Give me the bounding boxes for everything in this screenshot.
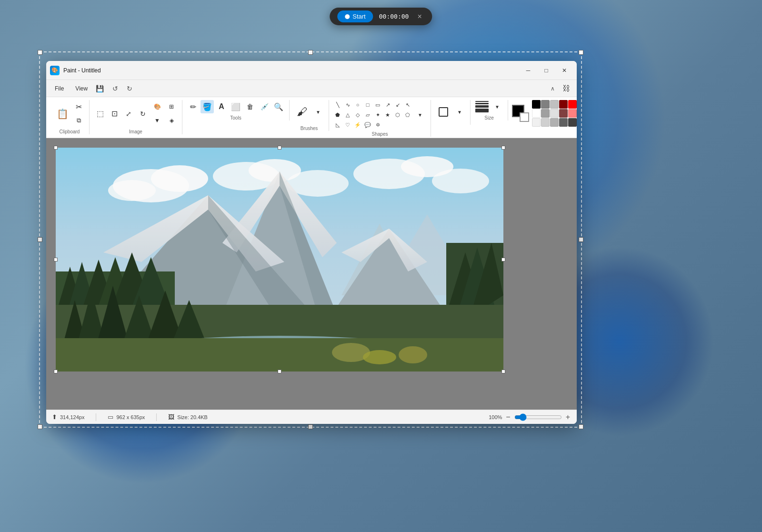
outline-button[interactable] [435,100,452,124]
redo-button[interactable]: ↻ [123,82,136,95]
swatch-1-0[interactable] [532,109,541,118]
swatch-0-4[interactable] [568,100,577,109]
shapes-dropdown[interactable]: ▼ [413,108,427,121]
select-rect-button[interactable]: ⬚ [93,107,107,120]
svg-rect-45 [56,148,503,371]
brush-size-2 [475,103,489,104]
cut-button[interactable]: ✂ [72,100,85,113]
canvas-container [56,148,503,371]
swatch-0-1[interactable] [541,100,550,109]
eraser2-button[interactable]: 🗑 [243,100,257,113]
share-button[interactable]: ⛓ [560,82,573,95]
magnifier-button[interactable]: 🔍 [272,100,285,113]
image-color-button[interactable]: 🎨 [150,100,164,113]
shape-diamond[interactable]: ⬟ [333,110,342,120]
pencil-button[interactable]: ✏ [186,100,200,113]
menu-bar: File View 💾 ↺ ↻ ∧ ⛓ [46,80,577,97]
swatch-1-1[interactable] [541,109,550,118]
image-fill-button[interactable]: ▼ [150,114,164,127]
swatch-0-3[interactable] [559,100,568,109]
shape-star6[interactable]: ✡ [373,120,382,130]
shape-curve[interactable]: ∿ [343,100,352,110]
canvas-size: 962 x 635px [116,414,145,420]
fill-button[interactable]: 🪣 [201,100,214,113]
start-button[interactable]: Start [337,10,373,22]
ribbon: 📋 ✂ ⧉ Clipboard ⬚ ⊡ ⤢ ↻ 🎨 ▼ [46,97,577,138]
record-bar: Start 00:00:00 × [330,8,432,25]
swatch-1-2[interactable] [550,109,559,118]
paste-button[interactable]: 📋 [54,102,71,126]
close-button[interactable]: ✕ [556,63,573,78]
swatch-0-0[interactable] [532,100,541,109]
swatch-2-2[interactable] [550,118,559,127]
rotate-button[interactable]: ↻ [136,107,150,120]
eyedropper-button[interactable]: 💉 [258,100,271,113]
menu-view[interactable]: View [70,83,92,94]
shape-oval[interactable]: ○ [353,100,362,110]
shape-pentagon[interactable]: ⬠ [403,110,412,120]
crop-button[interactable]: ⊡ [108,107,121,120]
swatch-1-3[interactable] [559,109,568,118]
maximize-button[interactable]: □ [538,63,555,78]
minimize-button[interactable]: ─ [520,63,537,78]
shape-rhombus[interactable]: ◇ [353,110,362,120]
file-size: Size: 20.4KB [177,414,208,420]
ribbon-group-outline: ▼ [431,100,471,125]
shape-lightning[interactable]: ⚡ [353,120,362,130]
brush-size-3 [475,105,489,108]
swatch-2-1[interactable] [541,118,550,127]
shape-star5[interactable]: ★ [383,110,392,120]
brush-button[interactable]: 🖌 [293,100,311,124]
swatch-2-0[interactable] [532,118,541,127]
shape-parallelogram[interactable]: ▱ [363,110,372,120]
shapes-grid: ╲ ∿ ○ □ ▭ ↗ ↙ ↖ ⬟ △ ◇ ▱ ✦ ★ ⬡ [333,100,412,130]
copy-button[interactable]: ⧉ [72,114,85,127]
shape-arrow-l[interactable]: ↙ [393,100,402,110]
eraser-button[interactable]: ⬜ [229,100,242,113]
shape-callout[interactable]: 💬 [363,120,372,130]
brush-dropdown[interactable]: ▼ [311,105,325,119]
shape-arrow-r[interactable]: ↗ [383,100,392,110]
ribbon-collapse-button[interactable]: ∧ [548,83,558,94]
text-button[interactable]: A [215,100,228,113]
menu-file[interactable]: File [50,83,69,94]
zoom-plus-button[interactable]: + [565,413,571,422]
image-label: Image [129,129,142,134]
record-close-button[interactable]: × [414,11,424,22]
swatch-2-4[interactable] [568,118,577,127]
image-transform-button[interactable]: ◈ [165,114,178,127]
outline-dropdown[interactable]: ▼ [453,105,466,119]
ribbon-group-size: ▼ Size [471,100,508,120]
canvas-area[interactable] [46,138,577,410]
brush-sizes [474,100,490,113]
shape-arrow2[interactable]: ↖ [403,100,412,110]
shape-line[interactable]: ╲ [333,100,342,110]
shape-rect2[interactable]: ▭ [373,100,382,110]
size-label: Size [484,115,493,120]
shape-star4[interactable]: ✦ [373,110,382,120]
status-sep-1 [96,413,96,421]
window-title: Paint - Untitled [63,67,520,74]
painting-canvas[interactable] [56,148,503,371]
sel-handle-bm [308,424,313,429]
image-select2-button[interactable]: ⊞ [165,100,178,113]
status-bar: ⬆ 314,124px ▭ 962 x 635px 🖼 Size: 20.4KB… [46,410,577,424]
zoom-slider[interactable] [514,413,562,421]
swatch-0-2[interactable] [550,100,559,109]
resize-button[interactable]: ⤢ [122,107,135,120]
file-size-section: 🖼 Size: 20.4KB [168,413,208,421]
shape-hexagon[interactable]: ⬡ [393,110,402,120]
shape-right-tri[interactable]: ◺ [333,120,342,130]
shape-triangle[interactable]: △ [343,110,352,120]
title-bar: 🎨 Paint - Untitled ─ □ ✕ [46,61,577,80]
zoom-minus-button[interactable]: − [505,413,511,422]
secondary-color[interactable] [520,112,529,122]
shape-heart[interactable]: ♡ [343,120,352,130]
swatch-1-4[interactable] [568,109,577,118]
record-dot-icon [345,14,350,19]
shape-rect[interactable]: □ [363,100,372,110]
undo-button[interactable]: ↺ [109,82,122,95]
save-icon[interactable]: 💾 [94,83,105,94]
swatch-2-3[interactable] [559,118,568,127]
size-dropdown[interactable]: ▼ [491,100,504,113]
